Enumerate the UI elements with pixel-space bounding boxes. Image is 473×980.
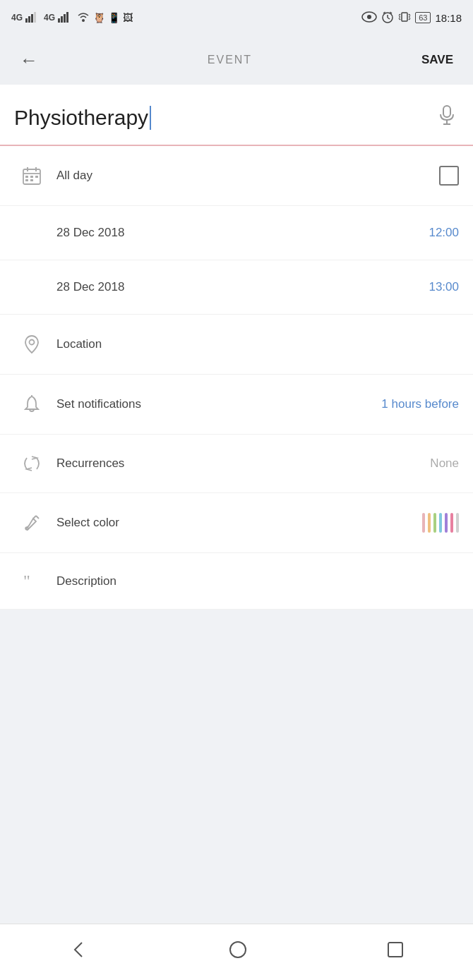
- svg-point-10: [367, 15, 371, 19]
- color-swatch[interactable]: [439, 513, 442, 533]
- mic-icon[interactable]: [435, 102, 459, 133]
- svg-rect-34: [30, 179, 33, 181]
- event-title-area: Physiotherapy: [0, 85, 473, 146]
- svg-line-19: [399, 18, 400, 20]
- nav-recents-button[interactable]: [366, 934, 425, 970]
- location-label: Location: [49, 337, 459, 351]
- svg-rect-2: [31, 14, 33, 23]
- event-title-text: Physiotherapy: [14, 106, 148, 130]
- gallery-icon: 🖼: [123, 12, 133, 23]
- top-bar: ← EVENT SAVE: [0, 35, 473, 85]
- status-bar-left: 4G 4G 🦉 📱 🖼: [11, 11, 133, 25]
- calendar-icon: [14, 166, 49, 186]
- vibrate-icon: [398, 11, 411, 25]
- quote-icon: ": [14, 574, 49, 589]
- color-swatch[interactable]: [445, 513, 448, 533]
- status-bar: 4G 4G 🦉 📱 🖼 63 18:18: [0, 0, 473, 35]
- location-icon: [14, 334, 49, 354]
- eye-icon: [361, 11, 377, 25]
- signal-4g-2: 4G: [44, 13, 55, 23]
- notifications-label: Set notifications: [49, 397, 381, 411]
- color-row[interactable]: Select color: [0, 493, 473, 553]
- svg-rect-23: [443, 106, 450, 117]
- svg-rect-1: [28, 16, 30, 23]
- end-date-text: 28 Dec 2018: [56, 280, 429, 294]
- all-day-checkbox[interactable]: [439, 166, 459, 186]
- nav-back-button[interactable]: [48, 933, 110, 972]
- nav-home-button[interactable]: [207, 933, 269, 972]
- bell-icon: [14, 394, 49, 414]
- end-time-text: 13:00: [429, 280, 459, 294]
- save-button[interactable]: SAVE: [416, 47, 459, 73]
- svg-line-13: [388, 18, 390, 19]
- notifications-row[interactable]: Set notifications 1 hours before: [0, 375, 473, 435]
- svg-rect-5: [61, 16, 63, 23]
- svg-line-17: [399, 14, 400, 16]
- signal-bars-2: [58, 11, 71, 25]
- alarm-icon: [381, 11, 394, 25]
- svg-rect-4: [58, 18, 60, 23]
- recurrences-row[interactable]: Recurrences None: [0, 435, 473, 493]
- bottom-nav: [0, 924, 473, 980]
- wifi-icon: [76, 11, 90, 25]
- svg-line-38: [33, 516, 36, 519]
- svg-rect-31: [30, 176, 33, 178]
- color-label: Select color: [49, 516, 422, 530]
- signal-4g-1: 4G: [11, 13, 23, 23]
- eyedropper-icon: [14, 514, 49, 531]
- color-swatch[interactable]: [433, 513, 436, 533]
- svg-line-37: [36, 516, 39, 519]
- start-date-row[interactable]: 28 Dec 2018 12:00: [0, 206, 473, 260]
- color-swatch[interactable]: [422, 513, 425, 533]
- status-bar-right: 63 18:18: [361, 11, 462, 25]
- svg-rect-7: [66, 12, 68, 23]
- svg-rect-30: [25, 176, 28, 178]
- recurrence-icon: [14, 454, 49, 473]
- location-row[interactable]: Location: [0, 315, 473, 375]
- color-swatch[interactable]: [456, 513, 459, 533]
- notifications-value: 1 hours before: [381, 397, 459, 411]
- svg-rect-16: [402, 13, 407, 21]
- battery-level: 63: [419, 13, 427, 22]
- color-swatch[interactable]: [450, 513, 453, 533]
- svg-rect-6: [64, 14, 66, 23]
- all-day-row[interactable]: All day: [0, 146, 473, 206]
- svg-point-8: [82, 19, 85, 22]
- all-day-label: All day: [49, 169, 439, 183]
- svg-point-35: [30, 340, 35, 345]
- start-date-text: 28 Dec 2018: [56, 226, 429, 240]
- color-swatches: [422, 513, 459, 533]
- svg-line-22: [409, 18, 410, 20]
- recurrences-value: None: [430, 456, 459, 471]
- recurrences-label: Recurrences: [49, 456, 430, 471]
- back-button[interactable]: ←: [14, 44, 44, 77]
- svg-rect-33: [25, 179, 28, 181]
- svg-text:": ": [23, 574, 30, 589]
- end-date-row[interactable]: 28 Dec 2018 13:00: [0, 260, 473, 315]
- start-time-text: 12:00: [429, 226, 459, 240]
- status-time: 18:18: [435, 12, 462, 24]
- svg-line-20: [409, 14, 410, 16]
- svg-rect-0: [25, 18, 28, 23]
- text-cursor: [150, 106, 151, 130]
- svg-rect-3: [34, 12, 36, 23]
- event-title-container[interactable]: Physiotherapy: [14, 106, 435, 130]
- owl-icon: 🦉: [93, 12, 105, 23]
- description-row[interactable]: " Description: [0, 553, 473, 610]
- svg-rect-32: [35, 176, 38, 178]
- battery-icon: 63: [415, 12, 431, 23]
- page-title: EVENT: [208, 54, 252, 66]
- svg-point-41: [230, 942, 246, 957]
- event-form: All day 28 Dec 2018 12:00 28 Dec 2018 13…: [0, 146, 473, 610]
- phone-icon: 📱: [108, 12, 120, 23]
- signal-bars-1: [25, 11, 38, 25]
- svg-rect-42: [388, 943, 402, 957]
- color-swatch[interactable]: [428, 513, 431, 533]
- description-label: Description: [49, 574, 459, 588]
